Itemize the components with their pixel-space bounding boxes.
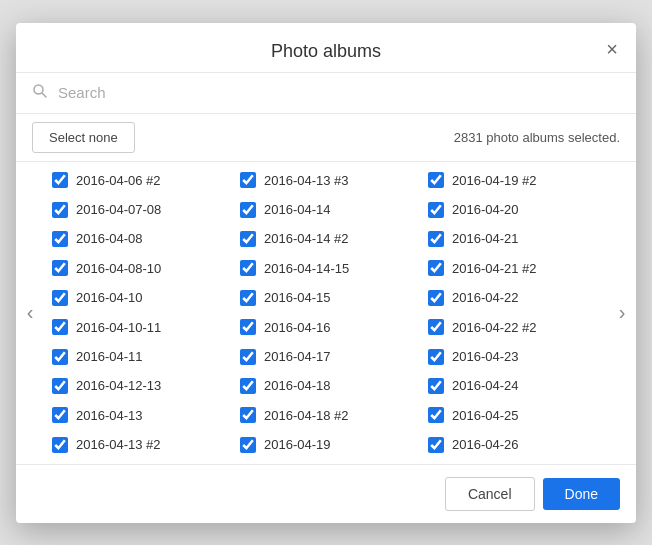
list-item[interactable]: 2016-04-07-08 (44, 195, 232, 224)
select-none-button[interactable]: Select none (32, 122, 135, 153)
photo-albums-dialog: Photo albums × Select none 2831 photo al… (16, 23, 636, 523)
album-checkbox[interactable] (240, 437, 256, 453)
album-checkbox[interactable] (428, 172, 444, 188)
album-checkbox[interactable] (52, 290, 68, 306)
selected-count-label: 2831 photo albums selected. (454, 130, 620, 145)
album-checkbox[interactable] (428, 260, 444, 276)
list-item[interactable]: 2016-04-19 #2 (420, 166, 608, 195)
list-item[interactable]: 2016-04-14-15 (232, 254, 420, 283)
album-checkbox[interactable] (240, 231, 256, 247)
album-label: 2016-04-10 (76, 290, 143, 305)
album-checkbox[interactable] (428, 202, 444, 218)
album-checkbox[interactable] (428, 231, 444, 247)
list-item[interactable]: 2016-04-11 (44, 342, 232, 371)
list-item[interactable]: 2016-04-25 (420, 401, 608, 430)
list-item[interactable]: 2016-04-12-13 (44, 371, 232, 400)
album-checkbox[interactable] (428, 319, 444, 335)
album-checkbox[interactable] (52, 319, 68, 335)
list-item[interactable]: 2016-04-24 (420, 371, 608, 400)
album-checkbox[interactable] (240, 349, 256, 365)
list-item[interactable]: 2016-04-22 (420, 283, 608, 312)
album-label: 2016-04-26 (452, 437, 519, 452)
dialog-title: Photo albums (271, 41, 381, 62)
album-label: 2016-04-10-11 (76, 320, 161, 335)
svg-line-1 (43, 93, 47, 97)
album-checkbox[interactable] (240, 407, 256, 423)
album-checkbox[interactable] (428, 407, 444, 423)
list-item[interactable]: 2016-04-06 #2 (44, 166, 232, 195)
list-item[interactable]: 2016-04-14 #2 (232, 224, 420, 253)
album-label: 2016-04-12-13 (76, 378, 161, 393)
album-checkbox[interactable] (428, 290, 444, 306)
album-checkbox[interactable] (52, 378, 68, 394)
album-label: 2016-04-11 (76, 349, 143, 364)
album-label: 2016-04-07-08 (76, 202, 161, 217)
album-checkbox[interactable] (240, 172, 256, 188)
album-label: 2016-04-14 #2 (264, 231, 349, 246)
album-checkbox[interactable] (240, 290, 256, 306)
album-checkbox[interactable] (428, 378, 444, 394)
search-input[interactable] (58, 84, 620, 101)
list-item[interactable]: 2016-04-18 (232, 371, 420, 400)
album-checkbox[interactable] (52, 231, 68, 247)
list-item[interactable]: 2016-04-10-11 (44, 312, 232, 341)
album-label: 2016-04-13 #3 (264, 173, 349, 188)
album-label: 2016-04-14-15 (264, 261, 349, 276)
list-item[interactable]: 2016-04-14 (232, 195, 420, 224)
album-label: 2016-04-14 (264, 202, 331, 217)
list-item[interactable]: 2016-04-23 (420, 342, 608, 371)
dialog-header: Photo albums × (16, 23, 636, 73)
list-item[interactable]: 2016-04-08 (44, 224, 232, 253)
album-label: 2016-04-15 (264, 290, 331, 305)
albums-grid: 2016-04-06 #22016-04-13 #32016-04-19 #22… (44, 162, 608, 464)
album-label: 2016-04-08-10 (76, 261, 161, 276)
album-checkbox[interactable] (428, 437, 444, 453)
list-item[interactable]: 2016-04-16 (232, 312, 420, 341)
album-checkbox[interactable] (240, 202, 256, 218)
album-label: 2016-04-06 #2 (76, 173, 161, 188)
list-item[interactable]: 2016-04-17 (232, 342, 420, 371)
album-label: 2016-04-16 (264, 320, 331, 335)
prev-arrow-button[interactable]: ‹ (16, 162, 44, 464)
album-checkbox[interactable] (240, 260, 256, 276)
album-checkbox[interactable] (52, 202, 68, 218)
albums-area: ‹ 2016-04-06 #22016-04-13 #32016-04-19 #… (16, 162, 636, 464)
album-label: 2016-04-13 (76, 408, 143, 423)
done-button[interactable]: Done (543, 478, 620, 510)
album-checkbox[interactable] (52, 260, 68, 276)
album-label: 2016-04-20 (452, 202, 519, 217)
album-label: 2016-04-18 #2 (264, 408, 349, 423)
cancel-button[interactable]: Cancel (445, 477, 535, 511)
list-item[interactable]: 2016-04-19 (232, 430, 420, 459)
list-item[interactable]: 2016-04-26 (420, 430, 608, 459)
svg-point-0 (34, 85, 43, 94)
list-item[interactable]: 2016-04-13 #3 (232, 166, 420, 195)
album-label: 2016-04-18 (264, 378, 331, 393)
album-checkbox[interactable] (52, 349, 68, 365)
list-item[interactable]: 2016-04-13 #2 (44, 430, 232, 459)
list-item[interactable]: 2016-04-15 (232, 283, 420, 312)
album-checkbox[interactable] (240, 319, 256, 335)
list-item[interactable]: 2016-04-08-10 (44, 254, 232, 283)
album-label: 2016-04-08 (76, 231, 143, 246)
list-item[interactable]: 2016-04-22 #2 (420, 312, 608, 341)
list-item[interactable]: 2016-04-10 (44, 283, 232, 312)
list-item[interactable]: 2016-04-21 #2 (420, 254, 608, 283)
list-item[interactable]: 2016-04-13 (44, 401, 232, 430)
album-label: 2016-04-25 (452, 408, 519, 423)
album-label: 2016-04-21 #2 (452, 261, 537, 276)
album-checkbox[interactable] (52, 437, 68, 453)
album-label: 2016-04-17 (264, 349, 331, 364)
next-arrow-button[interactable]: › (608, 162, 636, 464)
close-button[interactable]: × (600, 35, 624, 63)
list-item[interactable]: 2016-04-21 (420, 224, 608, 253)
album-label: 2016-04-23 (452, 349, 519, 364)
album-label: 2016-04-21 (452, 231, 519, 246)
list-item[interactable]: 2016-04-18 #2 (232, 401, 420, 430)
list-item[interactable]: 2016-04-20 (420, 195, 608, 224)
album-checkbox[interactable] (52, 407, 68, 423)
album-label: 2016-04-13 #2 (76, 437, 161, 452)
album-checkbox[interactable] (240, 378, 256, 394)
album-checkbox[interactable] (428, 349, 444, 365)
album-checkbox[interactable] (52, 172, 68, 188)
